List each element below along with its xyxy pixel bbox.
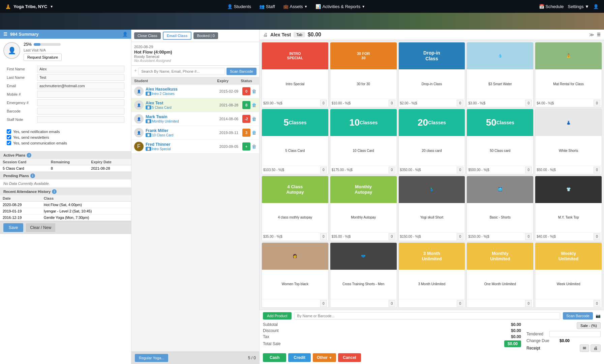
staff-note-input[interactable] [37,116,124,123]
student-list-item[interactable]: 👤 Frank Miller 📋 10 Class Card 2019-09-1… [131,126,259,140]
product-card-yogi-skull[interactable]: 🩱 Yogi skull Short $150.00 - %|$ 0 [398,176,465,241]
scan-barcode-pos-button[interactable]: Scan Barcode [563,312,593,320]
attendance-row: 2020-08-29 Hot Flow (Sat, 4:00pm) [0,202,131,208]
product-qty-15[interactable]: 0 [320,300,327,307]
nav-staff[interactable]: 👥 Staff [259,4,275,9]
mobile-input[interactable] [37,91,124,98]
product-card-10class[interactable]: 10Classes 10 Class Card $175.00 - %|$ 0 [330,109,397,174]
pos-menu-icon[interactable]: ☰ [597,32,601,37]
attendance-info-icon[interactable]: i [52,189,57,194]
print-icon[interactable]: 🖨 [263,32,268,37]
nav-assets[interactable]: 💼 Assets ▼ [283,4,308,9]
product-card-30for30[interactable]: 30 FOR30 30 for 30 $10.00 - %|$ 0 [330,42,397,107]
product-qty-11[interactable]: 0 [389,233,395,240]
active-plans-info-icon[interactable]: i [27,153,31,158]
product-card-50class[interactable]: 50Classes 50 Class card $500.00 - %|$ 0 [466,109,534,174]
product-card-mat-rental[interactable]: 🧘 Mat Rental for Class $4.00 - %|$ 0 [535,42,602,107]
product-card-white-shorts[interactable]: 👗 White Shorts $50.00 - %|$ 0 [535,109,602,174]
booked-button[interactable]: Booked | 0 [193,32,218,39]
product-qty-5[interactable]: 0 [320,167,327,173]
product-card-dropin[interactable]: Drop-inClass Drop-in Class $2.00 - %|$ 0 [398,42,465,107]
product-qty-18[interactable]: 0 [525,300,532,307]
product-card-water[interactable]: 💧 $3 Smart Water $3.00 - %|$ 0 [466,42,534,107]
product-qty-2[interactable]: 0 [457,100,463,106]
email-class-button[interactable]: Email Class [163,32,192,40]
hamburger-icon[interactable]: ☰ [3,32,7,37]
student-list-item[interactable]: 👤 Mark Twain 📋 Monthly Unlimited 2014-08… [131,112,259,126]
product-qty-7[interactable]: 0 [457,167,463,173]
student-list-item[interactable]: 👤 Alex Test 📋 5 Class Card 2021-08-28 8 … [131,98,259,112]
product-card-monthly-unlimited[interactable]: MonthlyUnlimited One Month Unlimited 0 [466,242,534,308]
product-card-weekly-unlimited[interactable]: WeeklyUnlimited Week Unlimited 0 [535,242,602,308]
product-qty-6[interactable]: 0 [389,167,395,173]
sale-percent-button[interactable]: Sale - (%) [577,322,601,329]
cash-button[interactable]: Cash [263,353,286,362]
app-title[interactable]: Yoga Tribe, NYC [13,4,47,9]
product-qty-17[interactable]: 0 [457,300,463,307]
product-qty-12[interactable]: 0 [457,233,463,240]
email-input[interactable] [37,82,124,89]
nav-activities[interactable]: 📊 Activities & Reports ▼ [315,4,365,9]
delete-student-3[interactable]: 🗑 [252,130,256,135]
user-avatar-icon[interactable]: 👤 [593,4,599,9]
nav-students[interactable]: 👤 Students [227,4,251,9]
delete-student-2[interactable]: 🗑 [252,116,256,122]
product-qty-10[interactable]: 0 [320,233,327,240]
product-qty-3[interactable]: 0 [525,100,532,106]
product-qty-16[interactable]: 0 [389,300,395,307]
product-qty-19[interactable]: 0 [594,300,600,307]
product-card-20class[interactable]: 20Classes 20 class card $350.00 - %|$ 0 [398,109,465,174]
product-card-3month[interactable]: 3 MonthUnlimited 3 Month Unlimited 0 [398,242,465,308]
delete-student-0[interactable]: 🗑 [252,89,256,94]
product-card-women-top[interactable]: 👩 Women Top black 0 [262,242,329,308]
product-qty-8[interactable]: 0 [525,167,532,173]
student-expiry-3: 2019-09-11 [215,131,242,135]
other-button[interactable]: Other ▼ [313,353,336,362]
pending-plans-info-icon[interactable]: i [30,173,35,178]
barcode-input[interactable] [37,108,124,114]
tendered-input[interactable] [549,331,601,337]
scan-barcode-button[interactable]: Scan Barcode [227,68,256,75]
schedule-link[interactable]: 📅 Schedule [539,4,564,9]
checkbox-newsletter-input[interactable] [7,135,11,139]
product-qty-1[interactable]: 0 [389,100,395,106]
student-search-input[interactable] [138,68,225,75]
product-qty-14[interactable]: 0 [594,233,600,240]
checkbox-notification-input[interactable] [7,129,11,134]
product-card-monthly-autopay[interactable]: MonthlyAutopay Monthly Autopay $35.00 - … [330,176,397,241]
expand-icon[interactable]: ≫ [589,32,594,37]
student-list-item[interactable]: F Fred Thinner 📋 Intro Special 2020-09-0… [131,140,259,154]
product-card-cross-shorts[interactable]: 🩲 Cross Training Shorts - Men 0 [330,242,397,308]
receipt-print-button[interactable]: 🖨 [591,344,601,352]
product-card-intro-special[interactable]: INTROSPECIAL Intro Special $20.00 - %|$ … [262,42,329,107]
cancel-button[interactable]: Cancel [338,353,361,362]
product-card-5class[interactable]: 5Classes 5 Class Card $103.50 - %|$ 0 [262,109,329,174]
delete-student-1[interactable]: 🗑 [252,102,256,108]
product-qty-13[interactable]: 0 [525,233,532,240]
product-qty-9[interactable]: 0 [594,167,600,173]
tax-value: $0.00 [511,334,521,339]
last-name-input[interactable] [37,74,124,81]
product-qty-0[interactable]: 0 [320,100,327,106]
pos-tab-label[interactable]: Tab [294,32,305,37]
product-card-my-tank[interactable]: 👕 M.Y. Tank Top $40.00 - %|$ 0 [535,176,602,241]
receipt-email-button[interactable]: ✉ [580,344,589,352]
checkbox-communication-input[interactable] [7,141,11,145]
save-button[interactable]: Save [3,223,23,232]
first-name-input[interactable] [37,66,124,72]
emergency-input[interactable] [37,99,124,106]
product-qty-4[interactable]: 0 [594,100,600,106]
request-signature-button[interactable]: Request Signature [24,54,62,61]
add-product-button[interactable]: Add Product [263,312,292,320]
clear-new-button[interactable]: Clear / New [26,223,55,232]
student-list-item[interactable]: 👤 Alex Hasselkuss 📋 Intro 2 Classes 2015… [131,85,259,98]
product-card-4class-autopay[interactable]: 4 ClassAutopay 4 class mothly autopay $3… [262,176,329,241]
delete-student-4[interactable]: 🗑 [252,144,256,149]
close-class-button[interactable]: Close Class [134,32,161,39]
product-card-basic-shorts[interactable]: 🩳 Basic - Shorts $150.00 - %|$ 0 [466,176,534,241]
credit-button[interactable]: Credit [288,353,311,362]
add-product-input[interactable] [294,312,560,320]
settings-link[interactable]: Settings ▼ [568,4,589,9]
regular-yoga-button[interactable]: Regular Yoga... [135,354,168,362]
app-title-dropdown[interactable]: ▼ [50,5,53,8]
